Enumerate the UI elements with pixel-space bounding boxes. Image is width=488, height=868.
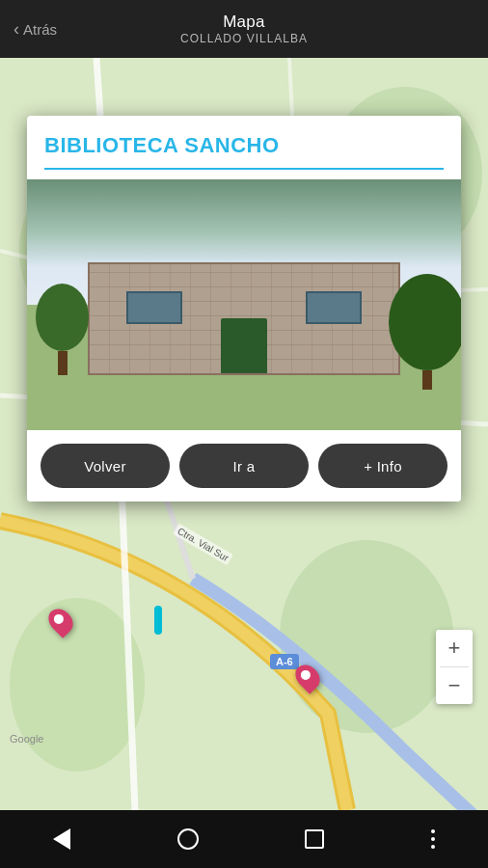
nav-recents-button[interactable] [305,829,324,849]
info-button[interactable]: + Info [318,444,447,488]
header-title: Mapa COLLADO VILLALBA [180,13,308,45]
tree-left [36,284,89,375]
back-icon [53,828,70,850]
building-door [221,318,267,373]
card-title: BIBLIOTECA SANCHO [44,133,444,158]
more-icon [431,829,435,849]
recents-icon [305,829,324,849]
card-buttons: Volver Ir a + Info [27,430,461,502]
nav-home-button[interactable] [177,828,199,850]
building-illustration [27,179,461,430]
top-bar: ‹ Atrás Mapa COLLADO VILLALBA [0,0,488,58]
bottom-nav [0,810,488,868]
back-button[interactable]: ‹ Atrás [14,19,57,40]
tree-right [389,274,461,390]
window-right [306,291,362,324]
window-left [126,291,182,324]
card-header: BIBLIOTECA SANCHO [27,116,461,179]
nav-back-button[interactable] [53,828,70,850]
back-label: Atrás [23,21,57,38]
info-card: BIBLIOTECA SANCHO [27,116,461,502]
zoom-out-button[interactable]: − [436,667,473,704]
zoom-in-button[interactable]: + [436,630,473,666]
volver-button[interactable]: Volver [41,444,170,488]
google-watermark: Google [10,733,43,745]
zoom-controls: + − [436,630,473,704]
svg-point-3 [280,540,453,733]
building-body [88,262,400,375]
location-subtitle: COLLADO VILLALBA [180,32,308,45]
chevron-left-icon: ‹ [14,19,19,40]
home-icon [177,828,199,850]
highway-badge: A-6 [270,654,299,669]
ir-a-button[interactable]: Ir a [179,444,309,488]
map-marker-1 [50,608,71,635]
map-title: Mapa [180,13,308,32]
tree-branches-top [27,179,461,267]
map-marker-2 [297,664,318,691]
card-image [27,179,461,430]
nav-more-button[interactable] [431,829,435,849]
card-divider [44,168,444,170]
